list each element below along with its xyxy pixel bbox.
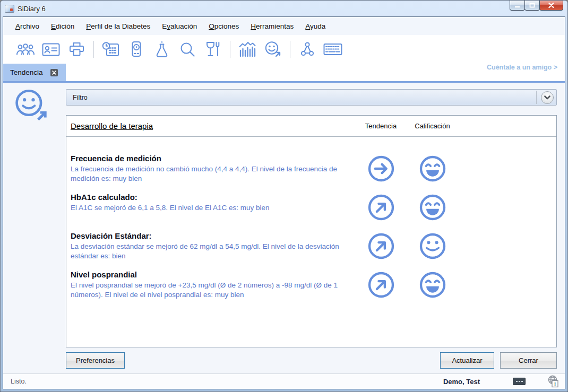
bottom-button-row: Preferencias Actualizar Cerrar (66, 352, 557, 369)
preferences-button[interactable]: Preferencias (66, 352, 125, 369)
row-description: La frecuencia de medición no cambió much… (71, 164, 349, 183)
content-area: Filtro Desarrollo de la terapia Tendenci… (3, 83, 565, 373)
therapy-panel: Desarrollo de la terapia Tendencia Calif… (66, 115, 557, 347)
tell-a-friend-link[interactable]: Cuéntale a un amigo > (487, 64, 557, 71)
menu-bar: Archivo Edición Perfil de la Diabetes Ev… (3, 17, 565, 35)
sync-icon[interactable] (295, 39, 320, 60)
app-window: SiDiary 6 Archivo Edición Perfil de la D… (0, 0, 568, 392)
tab-tendencia[interactable]: Tendencia (3, 64, 66, 81)
trend-cell (355, 154, 407, 193)
table-row-hba1c: HbA1c calculado: El A1C se mejoró de 6,1… (66, 193, 556, 231)
rating-cell (407, 193, 458, 231)
nutrition-icon[interactable] (200, 39, 226, 60)
table-row-desviacion: Desviación Estándar: La desviación están… (66, 231, 556, 270)
tab-close-icon[interactable] (50, 69, 58, 76)
close-view-button[interactable]: Cerrar (500, 352, 557, 369)
glucose-meter-icon[interactable] (124, 39, 149, 60)
tab-bar: Tendencia (3, 64, 565, 83)
rating-cell (407, 231, 458, 270)
patient-card-icon[interactable] (38, 39, 64, 60)
search-icon[interactable] (175, 39, 200, 60)
row-description: El nivel posprandial se mejoró de +23,5 … (71, 281, 349, 299)
laughing-smiley-icon (419, 155, 446, 182)
status-text: Listo. (11, 378, 27, 385)
logbook-calendar-icon[interactable] (98, 39, 124, 60)
arrow-up-right-circle-icon (367, 194, 395, 221)
panel-header: Desarrollo de la terapia Tendencia Calif… (66, 116, 556, 137)
lab-flask-icon[interactable] (149, 39, 175, 60)
globe-alert-icon[interactable]: ! (547, 375, 560, 388)
panel-title: Desarrollo de la terapia (66, 121, 355, 130)
rating-cell (407, 154, 458, 193)
row-description: El A1C se mejoró de 6,1 a 5,8. El nivel … (71, 203, 349, 213)
row-description: La desviación estándar se mejoró de 62 m… (71, 242, 349, 260)
tab-label: Tendencia (10, 68, 43, 76)
svg-text:!: ! (554, 381, 556, 387)
chevron-down-icon[interactable] (541, 91, 554, 104)
keyboard-icon[interactable] (320, 39, 346, 60)
laughing-smiley-icon (419, 194, 446, 221)
title-bar[interactable]: SiDiary 6 (1, 1, 567, 16)
menu-opciones[interactable]: Opciones (203, 19, 245, 34)
trend-smiley-icon[interactable] (260, 39, 286, 60)
menu-herramientas[interactable]: Herramientas (245, 19, 299, 34)
rating-cell (407, 270, 458, 309)
toolbar-separator (93, 41, 94, 58)
menu-evaluacion[interactable]: Evaluación (156, 19, 203, 34)
table-row-posprandial: Nivel posprandial El nivel posprandial s… (66, 270, 556, 309)
row-heading: Desviación Estándar: (71, 231, 355, 240)
row-heading: Nivel posprandial (71, 270, 355, 279)
trend-cell (355, 231, 407, 270)
filter-separator (536, 91, 537, 104)
close-button[interactable] (539, 1, 563, 11)
menu-ayuda[interactable]: Ayuda (299, 19, 331, 34)
update-button[interactable]: Actualizar (440, 352, 494, 369)
column-header-trend: Tendencia (355, 122, 407, 130)
filter-expander[interactable]: Filtro (66, 89, 557, 106)
print-icon[interactable] (64, 39, 89, 60)
toolbar-separator (290, 41, 290, 58)
current-user: Demo, Test (443, 378, 480, 386)
row-heading: Frecuencia de medición (71, 154, 355, 163)
row-heading: HbA1c calculado: (71, 193, 355, 202)
status-bar: Listo. Demo, Test ! (3, 373, 565, 389)
app-icon (5, 5, 14, 13)
toolbar-separator (230, 41, 230, 58)
trend-cell (355, 270, 407, 309)
patients-icon[interactable] (13, 39, 38, 60)
filter-label: Filtro (66, 94, 88, 101)
toolbar: Cuéntale a un amigo > (3, 35, 565, 64)
trend-cell (355, 193, 407, 231)
trend-page-icon (13, 88, 50, 127)
arrow-up-right-circle-icon (367, 232, 395, 260)
arrow-up-right-circle-icon (367, 271, 395, 299)
statistics-icon[interactable] (235, 39, 260, 60)
table-row-frecuencia: Frecuencia de medición La frecuencia de … (66, 154, 556, 193)
client-area: Archivo Edición Perfil de la Diabetes Ev… (3, 16, 565, 389)
menu-perfil-diabetes[interactable]: Perfil de la Diabetes (80, 19, 156, 34)
arrow-right-circle-icon (367, 155, 395, 182)
laughing-smiley-icon (419, 271, 446, 299)
window-title: SiDiary 6 (18, 5, 46, 13)
maximize-button[interactable] (524, 1, 540, 11)
smiling-smiley-icon (419, 232, 446, 260)
minimize-button[interactable] (510, 1, 525, 11)
keyboard-layout-icon[interactable] (513, 378, 526, 385)
menu-edicion[interactable]: Edición (45, 19, 80, 34)
column-header-rating: Calificación (407, 122, 458, 130)
menu-archivo[interactable]: Archivo (10, 19, 45, 34)
